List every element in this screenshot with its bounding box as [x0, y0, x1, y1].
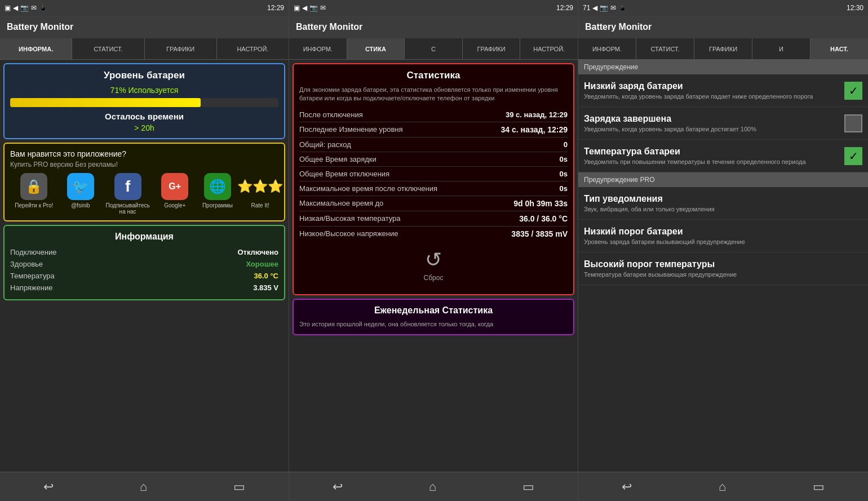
settings-item-notif-type[interactable]: Тип уведомления Звук, вибрация, оба или … — [578, 187, 868, 220]
section-header-pro: Предупреждение PRO — [578, 172, 868, 187]
stats-value-3: 0s — [560, 155, 568, 163]
stats-label-4: Общее Время отключения — [299, 170, 560, 178]
home-button-2[interactable]: ⌂ — [429, 480, 436, 494]
status-icon-back-3: ◀ — [592, 4, 597, 12]
info-row-connection: Подключение Отключено — [10, 246, 278, 258]
stats-label-6: Максимальное время до — [299, 199, 513, 208]
info-row-temp: Температура 36.0 °C — [10, 270, 278, 282]
tab3-graphs[interactable]: ГРАФИКИ — [694, 38, 752, 59]
status-icon-back: ◀ — [13, 4, 18, 12]
settings-item-low-threshold-text: Низкий порог батареи Уровень заряда бата… — [584, 227, 862, 245]
content-area-2: Статистика Для экономии заряда батареи, … — [289, 60, 578, 472]
content-area-1: Уровень батареи 71% Используется Осталос… — [0, 60, 289, 472]
promo-question: Вам нравится это приложение? — [10, 149, 278, 158]
home-button-1[interactable]: ⌂ — [140, 480, 147, 494]
stats-row-0: После отключения 39 с. назад, 12:29 — [299, 108, 568, 122]
stats-row-2: Общий: расход 0 — [299, 138, 568, 152]
status-icon-camera-2: 📷 — [309, 4, 318, 12]
bottom-nav-2: ↩ ⌂ ▭ — [289, 472, 578, 501]
checkbox-low-charge[interactable]: ✓ — [844, 82, 862, 100]
tab3-settings[interactable]: НАСТ. — [811, 38, 868, 59]
info-value-health: Хорошее — [246, 260, 278, 268]
bottom-nav-1: ↩ ⌂ ▭ — [0, 472, 289, 501]
info-label-temp: Температура — [10, 272, 55, 280]
checkbox-battery-temp[interactable]: ✓ — [844, 147, 862, 165]
status-icon-camera-3: 📷 — [600, 4, 608, 12]
reset-label: Сброс — [424, 274, 444, 282]
status-icon-camera: 📷 — [20, 4, 29, 12]
stats-label-7: Низкая/Высокая температура — [299, 214, 519, 223]
tab2-c[interactable]: С — [405, 38, 463, 59]
settings-item-battery-temp[interactable]: Температура батареи Уведомлять при повыш… — [578, 140, 868, 172]
settings-item-charge-complete[interactable]: Зарядка завершена Уведомлять, когда уров… — [578, 107, 868, 140]
status-icon-android: ▣ — [5, 4, 11, 12]
promo-sub: Купить PRO версию Без рекламы! — [10, 161, 278, 169]
app-titlebar-1: Battery Monitor — [0, 16, 289, 38]
stats-label-2: Общий: расход — [299, 140, 564, 149]
tab-info[interactable]: ИНФОРМА. — [0, 38, 72, 59]
promo-item-gplus[interactable]: G+ Google+ — [161, 173, 188, 209]
promo-item-pro[interactable]: 🔒 Перейти к Pro! — [15, 173, 53, 209]
status-bar-1: ▣ ◀ 📷 ✉ 📱 12:29 — [0, 0, 289, 16]
status-icon-back-2: ◀ — [302, 4, 307, 12]
battery-title: Уровень батареи — [10, 70, 278, 81]
tab2-graphs[interactable]: ГРАФИКИ — [463, 38, 521, 59]
lock-icon: 🔒 — [20, 173, 47, 200]
twitter-icon: 🐦 — [67, 173, 94, 200]
weekly-card: Еженедельная Статистика Это история прош… — [293, 299, 574, 335]
tab2-stats[interactable]: СТИКА — [347, 38, 405, 59]
stats-row-5: Максимальное время после отключения 0s — [299, 181, 568, 196]
tab3-stats[interactable]: СТАТИСТ. — [636, 38, 694, 59]
promo-item-fb[interactable]: f Подписывайтесь на нас — [108, 173, 148, 215]
tab2-settings[interactable]: НАСТРОЙ. — [520, 38, 578, 59]
status-icons-left: ▣ ◀ 📷 ✉ 📱 — [5, 4, 47, 12]
info-title: Информация — [10, 232, 278, 242]
tab-graphs[interactable]: ГРАФИКИ — [145, 38, 217, 59]
promo-label-fb: Подписывайтесь на нас — [106, 202, 150, 215]
stats-label-0: После отключения — [299, 110, 506, 119]
app-titlebar-2: Battery Monitor — [289, 16, 578, 38]
stats-row-6: Максимальное время до 9d 0h 39m 33s — [299, 196, 568, 211]
tab-settings[interactable]: НАСТРОЙ. — [217, 38, 289, 59]
panel-1: ▣ ◀ 📷 ✉ 📱 12:29 Battery Monitor ИНФОРМА.… — [0, 0, 289, 501]
promo-item-globe[interactable]: 🌐 Программы — [202, 173, 233, 209]
settings-item-low-threshold-title: Низкий порог батареи — [584, 227, 862, 237]
settings-item-high-temp[interactable]: Высокий порог температуры Температура ба… — [578, 252, 868, 285]
reset-btn-area[interactable]: ↺ Сброс — [299, 241, 568, 289]
info-label-voltage: Напряжение — [10, 283, 52, 292]
settings-item-charge-complete-text: Зарядка завершена Уведомлять, когда уров… — [584, 114, 844, 132]
settings-item-low-threshold-sub: Уровень заряда батареи вызывающий предуп… — [584, 238, 862, 245]
stats-card: Статистика Для экономии заряда батареи, … — [293, 63, 574, 295]
promo-label-rate: Rate It! — [251, 202, 269, 209]
tab3-i[interactable]: И — [752, 38, 811, 59]
remaining-title: Осталось времени — [10, 112, 278, 121]
settings-item-low-threshold[interactable]: Низкий порог батареи Уровень заряда бата… — [578, 220, 868, 252]
status-bar-2: ▣ ◀ 📷 ✉ 12:29 — [289, 0, 578, 16]
back-button-2[interactable]: ↩ — [333, 480, 343, 494]
googleplus-icon: G+ — [161, 173, 188, 200]
info-value-voltage: 3.835 V — [253, 283, 278, 292]
settings-item-notif-type-sub: Звук, вибрация, оба или только уведомлен… — [584, 206, 862, 212]
tab-stats[interactable]: СТАТИСТ. — [72, 38, 144, 59]
content-area-3: Предупреждение Низкий заряд батареи Увед… — [578, 60, 868, 472]
weekly-title: Еженедельная Статистика — [299, 305, 568, 316]
recents-button-2[interactable]: ▭ — [522, 480, 534, 494]
info-value-temp: 36.0 °C — [254, 272, 278, 280]
checkbox-charge-complete[interactable] — [844, 114, 862, 132]
battery-bar-fill — [10, 98, 201, 107]
promo-item-rate[interactable]: ⭐⭐⭐ Rate It! — [247, 173, 274, 209]
tab2-info[interactable]: ИНФОРМ. — [289, 38, 347, 59]
back-button-3[interactable]: ↩ — [622, 480, 632, 494]
settings-item-low-charge[interactable]: Низкий заряд батареи Уведомлять, когда у… — [578, 74, 868, 107]
recents-button-3[interactable]: ▭ — [813, 480, 825, 494]
status-icon-android-2: ▣ — [294, 4, 300, 12]
battery-bar — [10, 98, 278, 107]
back-button-1[interactable]: ↩ — [43, 480, 54, 494]
recents-button-1[interactable]: ▭ — [233, 480, 245, 494]
stats-value-0: 39 с. назад, 12:29 — [506, 110, 568, 119]
promo-item-twitter[interactable]: 🐦 @fsinib — [67, 173, 94, 209]
tab3-info[interactable]: ИНФОРМ. — [578, 38, 636, 59]
status-icon-msg-3: ✉ — [610, 4, 616, 12]
status-time-3: 12:30 — [847, 4, 863, 12]
home-button-3[interactable]: ⌂ — [719, 480, 726, 494]
